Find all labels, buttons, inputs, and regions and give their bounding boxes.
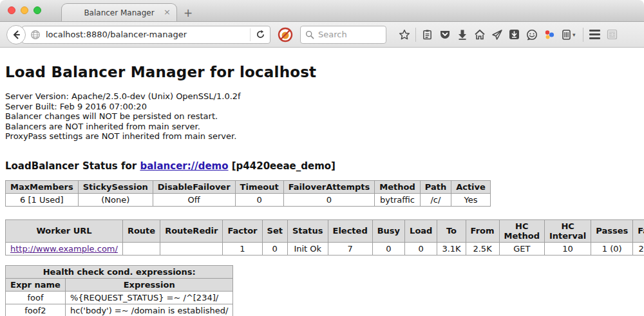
- health-check-table: Health check cond. expressions: Expr nam…: [5, 265, 233, 316]
- table-cell: foof: [6, 291, 66, 304]
- menu-button[interactable]: [586, 26, 603, 44]
- balancer-settings-table: MaxMembersStickySessionDisableFailoverTi…: [5, 180, 491, 207]
- table-cell: 3.1K: [437, 242, 466, 255]
- page-title: Load Balancer Manager for localhost: [5, 48, 639, 80]
- url-text[interactable]: localhost:8880/balancer-manager: [46, 30, 250, 39]
- menu-hamburger-icon: [589, 30, 600, 39]
- table-cell: Off: [153, 193, 235, 206]
- tab-title: Balancer Manager: [84, 8, 154, 17]
- downloads-button[interactable]: [453, 26, 471, 44]
- column-header: Factor: [223, 219, 262, 242]
- video-download-icon: [509, 29, 520, 40]
- table-row: 6 [1 Used](None)Off00bytraffic/c/Yes: [6, 193, 491, 206]
- column-header: Expr name: [6, 278, 66, 291]
- table-cell: bytraffic: [375, 193, 420, 206]
- bookmark-star-icon: [399, 29, 410, 41]
- column-header: From: [466, 219, 499, 242]
- containers-icon: [562, 29, 571, 41]
- worker-table-header-row: Worker URLRouteRouteRedirFactorSetStatus…: [6, 219, 644, 242]
- server-info-line: Server Built: Feb 9 2016 07:00:20: [5, 102, 639, 112]
- search-bar[interactable]: [300, 26, 386, 44]
- reading-list-button[interactable]: [419, 26, 436, 44]
- table-cell: 6 [1 Used]: [6, 193, 79, 206]
- column-header: Set: [262, 219, 287, 242]
- column-header: Passes: [591, 219, 633, 242]
- multi-account-dots-icon: [544, 29, 555, 41]
- multi-account-button[interactable]: [540, 26, 558, 44]
- pocket-button[interactable]: [436, 26, 453, 44]
- column-header: RouteRedir: [160, 219, 223, 242]
- health-table-title: Health check cond. expressions:: [6, 265, 233, 278]
- table-row: foof2hc('body') =~ /domain is establishe…: [6, 304, 233, 316]
- loadbalancer-status-heading: LoadBalancer Status for balancer://demo …: [5, 160, 639, 172]
- table-row: http://www.example.com/ 10Init Ok7003.1K…: [6, 242, 644, 255]
- column-header: Expression: [65, 278, 233, 291]
- worker-url-link[interactable]: http://www.example.com/: [10, 244, 118, 254]
- table-cell: foof2: [6, 304, 66, 316]
- table-cell: 7: [328, 242, 372, 255]
- home-icon: [474, 29, 486, 40]
- table-cell: http://www.example.com/: [6, 242, 123, 255]
- table-cell: 0: [235, 193, 283, 206]
- column-header: Status: [287, 219, 328, 242]
- reading-list-icon: [422, 29, 433, 41]
- server-info-line: Balancers are NOT inherited from main se…: [5, 122, 639, 132]
- page-content: Load Balancer Manager for localhost Serv…: [0, 48, 644, 316]
- table-row: foof%{REQUEST_STATUS} =~ /^[234]/: [6, 291, 233, 304]
- table-cell: 0: [405, 242, 437, 255]
- toolbar-icons: ▾: [395, 26, 621, 44]
- video-download-button[interactable]: [506, 26, 523, 44]
- worker-table-body: http://www.example.com/ 10Init Ok7003.1K…: [6, 242, 644, 255]
- table-cell: [122, 242, 160, 255]
- zoom-window-button[interactable]: [33, 6, 41, 14]
- balancer-table-header-row: MaxMembersStickySessionDisableFailoverTi…: [6, 180, 491, 193]
- status-prefix: LoadBalancer Status for: [5, 160, 140, 172]
- home-button[interactable]: [471, 26, 488, 44]
- table-cell: [160, 242, 223, 255]
- table-cell: 10: [544, 242, 591, 255]
- close-window-button[interactable]: [8, 6, 15, 14]
- reader-grid-button[interactable]: [603, 26, 621, 44]
- plugin-blocked-button[interactable]: [278, 27, 293, 42]
- download-icon: [457, 29, 468, 40]
- tab-strip: Balancer Manager × +: [0, 0, 644, 22]
- health-table-title-row: Health check cond. expressions:: [6, 265, 233, 278]
- table-cell: Init Ok: [287, 242, 328, 255]
- health-table-header-row: Expr nameExpression: [6, 278, 233, 291]
- minimize-window-button[interactable]: [21, 6, 28, 14]
- balancer-demo-link[interactable]: balancer://demo: [140, 160, 228, 172]
- back-icon: [11, 30, 21, 40]
- browser-window: Balancer Manager × + localhost:8880/bala…: [0, 0, 644, 316]
- server-info: Server Version: Apache/2.5.0-dev (Unix) …: [5, 91, 639, 142]
- window-controls: [8, 6, 41, 14]
- pocket-icon: [439, 29, 451, 41]
- toolbar-divider: [583, 28, 583, 42]
- status-suffix: [p4420eeae_demo]: [229, 160, 336, 172]
- table-cell: 2.5K: [466, 242, 499, 255]
- table-cell: 0: [262, 242, 287, 255]
- dropdown-caret-icon[interactable]: ▾: [573, 32, 580, 38]
- search-input[interactable]: [318, 30, 376, 39]
- chat-button[interactable]: [523, 26, 540, 44]
- column-header: Path: [420, 180, 451, 193]
- new-tab-button[interactable]: +: [177, 5, 199, 21]
- search-icon: [305, 30, 314, 39]
- url-bar[interactable]: localhost:8880/balancer-manager: [22, 26, 270, 44]
- table-cell: 1: [223, 242, 262, 255]
- tab-close-icon[interactable]: ×: [164, 8, 171, 17]
- table-cell: /c/: [420, 193, 451, 206]
- reload-button[interactable]: [251, 26, 270, 43]
- server-info-line: ProxyPass settings are NOT inherited fro…: [5, 131, 639, 142]
- column-header: HC Interval: [544, 219, 591, 242]
- table-cell: GET: [499, 242, 544, 255]
- globe-icon: [30, 30, 41, 40]
- send-tab-button[interactable]: [488, 26, 506, 44]
- table-cell: 0: [372, 242, 404, 255]
- bookmark-star-button[interactable]: [395, 26, 413, 44]
- column-header: MaxMembers: [6, 180, 79, 193]
- worker-status-table: Worker URLRouteRouteRedirFactorSetStatus…: [5, 219, 644, 256]
- tab-balancer-manager[interactable]: Balancer Manager ×: [61, 3, 177, 21]
- back-button[interactable]: [6, 25, 26, 44]
- reload-icon: [256, 30, 265, 39]
- toolbar-divider: [415, 28, 416, 42]
